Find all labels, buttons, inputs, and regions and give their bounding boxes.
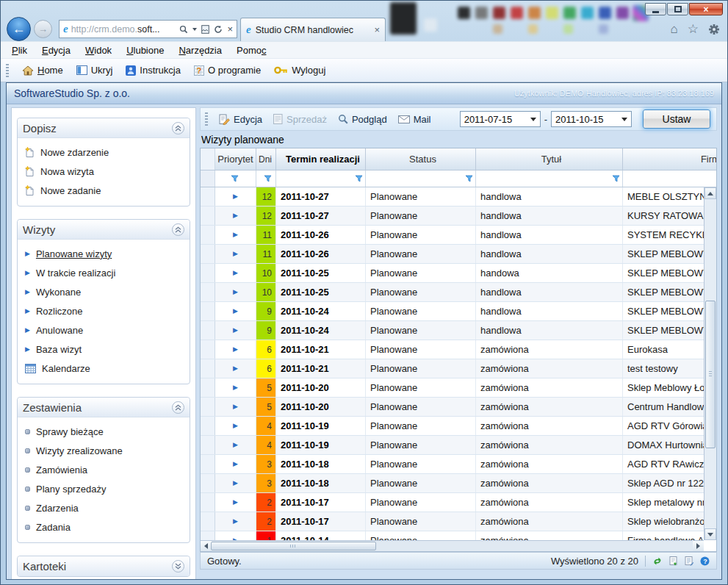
table-row[interactable]: ▶ 6 2011-10-21 Planowane zamówiona Eurok… — [201, 340, 716, 359]
row-priority-cell[interactable]: ▶ — [215, 531, 256, 540]
row-priority-cell[interactable]: ▶ — [215, 512, 256, 531]
row-select-cell[interactable] — [201, 226, 215, 244]
filter-dni[interactable] — [256, 171, 276, 187]
row-priority-cell[interactable]: ▶ — [215, 493, 256, 512]
expand-arrow-icon[interactable]: ▶ — [233, 480, 238, 487]
sidebar-item-plany-sprzedazy[interactable]: Plany sprzedaży — [25, 481, 187, 497]
about-button[interactable]: ? O programie — [194, 65, 261, 76]
edit-button[interactable]: Edycja — [219, 114, 262, 125]
expand-arrow-icon[interactable]: ▶ — [233, 365, 238, 372]
filter-funnel-icon[interactable] — [355, 175, 363, 183]
back-button[interactable]: ← — [7, 17, 31, 41]
row-select-cell[interactable] — [201, 321, 215, 340]
table-row[interactable]: ▶ 3 2011-10-18 Planowane zamówiona AGD R… — [201, 455, 716, 474]
expand-arrow-icon[interactable]: ▶ — [233, 518, 238, 525]
sidebar-item-rozliczone[interactable]: ▶Rozliczone — [25, 303, 187, 319]
maximize-button[interactable] — [667, 3, 688, 15]
tab-close-icon[interactable]: × — [374, 25, 380, 35]
expand-arrow-icon[interactable]: ▶ — [233, 212, 238, 219]
expand-arrow-icon[interactable]: ▶ — [233, 442, 238, 448]
sidebar-item-zamowienia[interactable]: Zamówienia — [25, 462, 187, 478]
stop-icon[interactable]: × — [227, 24, 233, 34]
table-row[interactable]: ▶ 5 2011-10-20 Planowane zamówiona Sklep… — [201, 378, 716, 398]
sidebar-item-zdarzenia[interactable]: Zdarzenia — [25, 500, 187, 516]
expand-arrow-icon[interactable]: ▶ — [233, 461, 238, 467]
hide-panel-button[interactable]: Ukryj — [76, 65, 113, 76]
menu-edycja[interactable]: Edycja — [42, 45, 71, 56]
home-button[interactable]: Home — [22, 65, 63, 76]
address-dropdown-icon[interactable] — [192, 28, 197, 31]
expand-arrow-icon[interactable]: ▶ — [233, 327, 238, 334]
panel-zestawienia-header[interactable]: Zestawienia — [18, 398, 190, 417]
home-icon[interactable]: ⌂ — [670, 23, 677, 35]
expand-arrow-icon[interactable]: ▶ — [233, 499, 238, 506]
toolbar-grip[interactable] — [205, 112, 208, 126]
date-from-select[interactable]: 2011-07-15 — [460, 111, 541, 127]
instructions-button[interactable]: Instrukcja — [126, 65, 181, 76]
expand-arrow-icon[interactable]: ▶ — [233, 403, 238, 410]
export-icon[interactable] — [669, 556, 678, 566]
expand-arrow-icon[interactable]: ▶ — [233, 251, 238, 257]
row-select-cell[interactable] — [201, 283, 215, 301]
row-select-cell[interactable] — [201, 531, 215, 540]
url-text[interactable]: http://crm.demo.soft... — [71, 24, 177, 35]
table-row[interactable]: ▶ 11 2011-10-26 Planowane handlowa SYSTE… — [201, 226, 716, 245]
refresh-icon[interactable] — [214, 25, 223, 34]
expand-arrow-icon[interactable]: ▶ — [233, 346, 238, 353]
row-priority-cell[interactable]: ▶ — [215, 302, 256, 320]
table-row[interactable]: ▶ 4 2011-10-19 Planowane zamówiona DOMAX… — [201, 436, 716, 455]
expand-arrow-icon[interactable]: ▶ — [233, 423, 238, 429]
settings-gear-icon[interactable] — [708, 24, 720, 35]
table-row[interactable]: ▶ 12 2011-10-27 Planowane handlowa KURSY… — [201, 207, 716, 226]
scroll-right-button[interactable] — [693, 541, 704, 551]
header-status[interactable]: Status — [366, 148, 476, 170]
row-priority-cell[interactable]: ▶ — [215, 340, 256, 359]
row-select-cell[interactable] — [201, 302, 215, 320]
scroll-left-button[interactable] — [201, 541, 212, 551]
header-termin[interactable]: Termin realizacji — [276, 148, 366, 170]
filter-status[interactable] — [366, 171, 476, 187]
scroll-up-button[interactable] — [704, 187, 716, 199]
filter-termin[interactable] — [276, 171, 366, 187]
sidebar-item-baza-wizyt[interactable]: ▶Baza wizyt — [25, 341, 187, 357]
row-select-cell[interactable] — [201, 455, 215, 473]
row-select-cell[interactable] — [201, 187, 215, 206]
header-priorytet[interactable]: Priorytet — [215, 148, 256, 170]
row-select-cell[interactable] — [201, 398, 215, 416]
row-select-cell[interactable] — [201, 340, 215, 359]
filter-funnel-icon[interactable] — [264, 175, 272, 183]
row-priority-cell[interactable]: ▶ — [215, 436, 256, 454]
row-select-cell[interactable] — [201, 474, 215, 492]
sidebar-item-planowane-wizyty[interactable]: ▶Planowane wizyty — [25, 245, 187, 262]
compatibility-view-icon[interactable] — [201, 25, 209, 34]
table-row[interactable]: ▶ 9 2011-10-24 Planowane handlowa SKLEP … — [201, 321, 716, 340]
filter-funnel-icon[interactable] — [231, 175, 239, 183]
search-icon[interactable] — [179, 25, 188, 34]
row-select-cell[interactable] — [201, 245, 215, 263]
expand-arrow-icon[interactable]: ▶ — [233, 270, 238, 276]
toolbar-grip[interactable] — [6, 64, 9, 77]
panel-wizyty-header[interactable]: Wizyty — [18, 220, 190, 240]
row-select-cell[interactable] — [201, 207, 215, 225]
header-dni[interactable]: Dni — [256, 148, 276, 170]
row-select-cell[interactable] — [201, 512, 215, 531]
collapse-chevron-icon[interactable] — [172, 223, 184, 236]
date-to-select[interactable]: 2011-10-15 — [551, 111, 632, 127]
table-row[interactable]: ▶ 6 2011-10-21 Planowane zamówiona test … — [201, 359, 716, 378]
mail-button[interactable]: Mail — [398, 114, 431, 125]
table-row[interactable]: ▶ -1 2011-10-14 Planowane zamówiona Firm… — [201, 531, 716, 540]
row-priority-cell[interactable]: ▶ — [215, 264, 256, 282]
row-priority-cell[interactable]: ▶ — [215, 321, 256, 340]
refresh-grid-icon[interactable] — [652, 556, 663, 566]
table-row[interactable]: ▶ 10 2011-10-25 Planowane handowa SKLEP … — [201, 264, 716, 283]
filter-funnel-icon[interactable] — [465, 175, 473, 183]
expand-arrow-icon[interactable]: ▶ — [233, 308, 238, 315]
scroll-down-button[interactable] — [704, 528, 716, 540]
notes-icon[interactable] — [685, 556, 693, 566]
panel-dopisz-header[interactable]: Dopisz — [18, 118, 190, 138]
row-priority-cell[interactable]: ▶ — [215, 359, 256, 378]
menu-ulubione[interactable]: Ulubione — [126, 45, 164, 56]
table-row[interactable]: ▶ 12 2011-10-27 Planowane handlowa MEBLE… — [201, 187, 716, 207]
sidebar-item-nowa-wizyta[interactable]: Nowa wizyta — [25, 163, 187, 179]
row-select-cell[interactable] — [201, 493, 215, 512]
